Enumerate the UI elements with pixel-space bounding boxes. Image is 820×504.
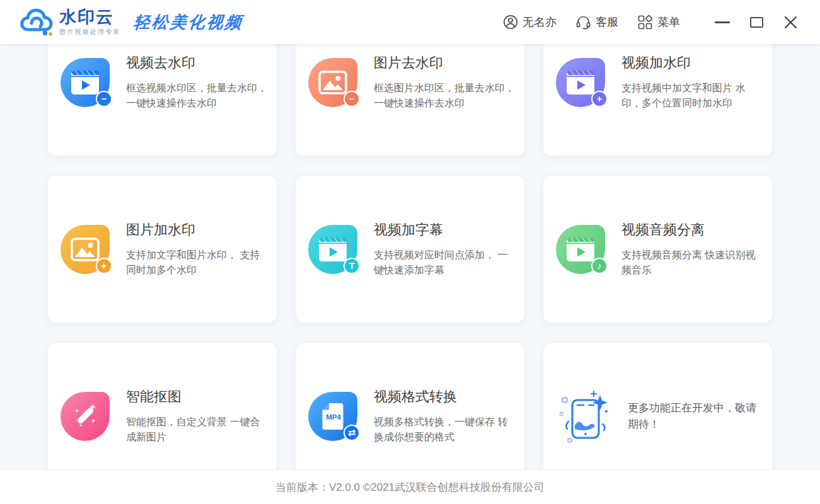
- minus-badge-icon: −: [344, 91, 360, 107]
- card-text: 图片加水印 支持加文字和图片水印， 支持同时加多个水印: [126, 220, 268, 278]
- card-text: 智能抠图 智能抠图，自定义背景 一键合成新图片: [126, 387, 268, 445]
- feature-card-4[interactable]: + 图片加水印 支持加文字和图片水印， 支持同时加多个水印: [47, 175, 277, 323]
- feature-card-3[interactable]: + 视频加水印 支持视频中加文字和图片 水印，多个位置同时加水印: [543, 44, 773, 156]
- feature-card-7[interactable]: 智能抠图 智能抠图，自定义背景 一键合成新图片: [47, 342, 277, 469]
- version-text: 当前版本：V2.0.0 ©2021武汉联合创想科技股份有限公司: [275, 480, 545, 495]
- video-format-convert-icon: MP4⇄: [308, 392, 357, 441]
- svg-text:MP4: MP4: [326, 413, 341, 421]
- video-audio-split-icon: ♪: [556, 225, 605, 274]
- card-text: 视频加水印 支持视频中加文字和图片 水印，多个位置同时加水印: [621, 54, 763, 111]
- image-remove-watermark-icon: −: [308, 58, 357, 107]
- header-right: 无名亦 客服 菜单: [484, 9, 804, 35]
- video-add-watermark-icon: +: [556, 58, 605, 107]
- card-title: 视频格式转换: [374, 387, 516, 406]
- customer-service-button[interactable]: 客服: [575, 14, 618, 30]
- convert-badge-icon: ⇄: [344, 425, 360, 441]
- app-header: 水印云 图片视频处理专家 轻松美化视频 无名亦 客服: [0, 0, 820, 44]
- card-description: 支持视频音频分离 快速识别视频音乐: [621, 248, 763, 278]
- plus-badge-icon: +: [591, 91, 608, 107]
- feature-card-1[interactable]: − 视频去水印 框选视频水印区，批量去水印， 一键快速操作去水印: [47, 44, 277, 156]
- feature-card-6[interactable]: ♪ 视频音频分离 支持视频音频分离 快速识别视频音乐: [543, 175, 773, 323]
- maximize-icon: [750, 17, 763, 28]
- cloud-logo-icon: [19, 7, 54, 37]
- customer-service-label: 客服: [596, 14, 618, 30]
- minimize-button[interactable]: [709, 9, 736, 35]
- card-title: 视频加字幕: [374, 220, 516, 239]
- user-name: 无名亦: [523, 14, 557, 30]
- app-footer: 当前版本：V2.0.0 ©2021武汉联合创想科技股份有限公司: [0, 469, 820, 504]
- card-text: 视频格式转换 视频多格式转换，一键保存 转换成你想要的格式: [374, 387, 516, 445]
- card-title: 图片加水印: [126, 220, 268, 239]
- user-account-button[interactable]: 无名亦: [503, 14, 557, 30]
- card-description: 框选图片水印区，批量去水印， 一键快速操作去水印: [374, 81, 516, 111]
- maximize-button[interactable]: [743, 9, 770, 35]
- T-badge-icon: T: [344, 258, 360, 274]
- card-title: 图片去水印: [374, 54, 516, 72]
- image-add-watermark-icon: +: [61, 225, 110, 274]
- card-title: 视频去水印: [126, 54, 268, 72]
- video-remove-watermark-icon: −: [61, 58, 110, 107]
- card-text: 图片去水印 框选图片水印区，批量去水印， 一键快速操作去水印: [374, 54, 516, 111]
- feature-card-8[interactable]: MP4⇄ 视频格式转换 视频多格式转换，一键保存 转换成你想要的格式: [295, 342, 525, 469]
- icon-blob: [61, 392, 110, 441]
- card-description: 框选视频水印区，批量去水印， 一键快速操作去水印: [126, 81, 268, 111]
- brand-name: 水印云: [59, 9, 121, 26]
- feature-card-5[interactable]: T 视频加字幕 支持视频对应时间点添加， 一键快速添加字幕: [295, 175, 525, 323]
- close-icon: [783, 15, 798, 30]
- card-description: 视频多格式转换，一键保存 转换成你想要的格式: [374, 415, 516, 445]
- minus-badge-icon: −: [96, 91, 112, 107]
- video-add-subtitle-icon: T: [308, 225, 357, 274]
- card-title: 视频音频分离: [621, 220, 763, 239]
- app-logo: 水印云 图片视频处理专家 轻松美化视频: [19, 7, 243, 37]
- headset-icon: [575, 14, 591, 30]
- note-badge-icon: ♪: [591, 258, 608, 274]
- card-title: 智能抠图: [126, 387, 268, 406]
- card-description: 智能抠图，自定义背景 一键合成新图片: [126, 415, 268, 445]
- main-content: − 视频去水印 框选视频水印区，批量去水印， 一键快速操作去水印 − 图片去水印…: [0, 44, 820, 469]
- feature-card-9[interactable]: 更多功能正在开发中，敬请期待！: [543, 342, 773, 469]
- minimize-icon: [715, 21, 730, 23]
- card-description: 支持视频对应时间点添加， 一键快速添加字幕: [374, 248, 516, 278]
- card-title: 视频加水印: [621, 54, 763, 72]
- brand-subtitle: 图片视频处理专家: [59, 29, 121, 35]
- feature-card-2[interactable]: − 图片去水印 框选图片水印区，批量去水印， 一键快速操作去水印: [295, 44, 525, 156]
- card-description: 更多功能正在开发中，敬请期待！: [628, 400, 763, 432]
- card-description: 支持视频中加文字和图片 水印，多个位置同时加水印: [621, 81, 763, 111]
- menu-button[interactable]: 菜单: [637, 14, 680, 30]
- card-description: 支持加文字和图片水印， 支持同时加多个水印: [126, 248, 268, 278]
- close-button[interactable]: [777, 9, 804, 35]
- card-text: 更多功能正在开发中，敬请期待！: [628, 400, 763, 432]
- coming-soon-illustration: [556, 386, 616, 447]
- brand-slogan: 轻松美化视频: [132, 11, 245, 33]
- plus-badge-icon: +: [96, 258, 112, 274]
- card-text: 视频加字幕 支持视频对应时间点添加， 一键快速添加字幕: [374, 220, 516, 278]
- card-text: 视频音频分离 支持视频音频分离 快速识别视频音乐: [621, 220, 763, 278]
- user-icon: [503, 14, 518, 30]
- window-controls: [702, 9, 804, 35]
- feature-grid: − 视频去水印 框选视频水印区，批量去水印， 一键快速操作去水印 − 图片去水印…: [47, 44, 773, 469]
- menu-grid-icon: [637, 14, 653, 30]
- card-text: 视频去水印 框选视频水印区，批量去水印， 一键快速操作去水印: [126, 54, 268, 111]
- menu-label: 菜单: [657, 14, 680, 30]
- smart-cutout-icon: [61, 392, 110, 441]
